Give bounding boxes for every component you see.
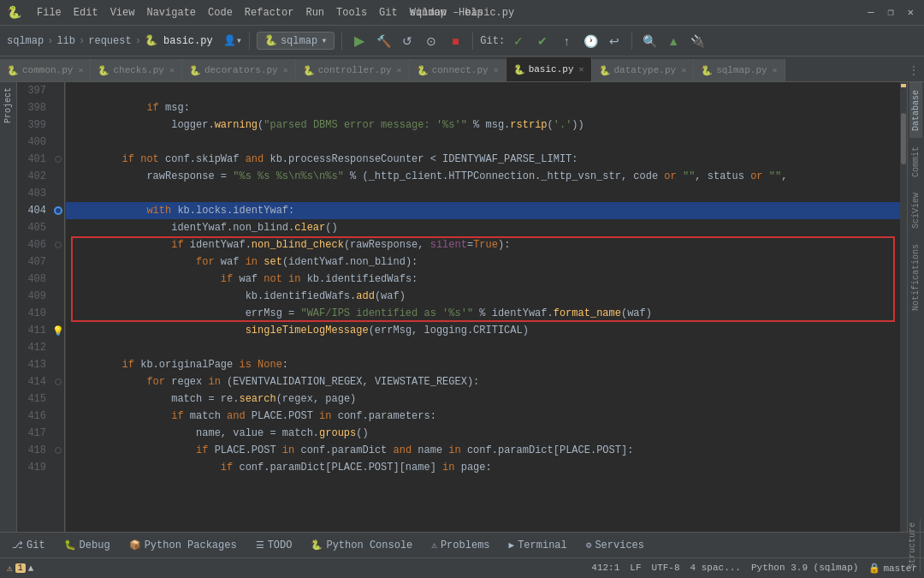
code-editor[interactable]: if msg: logger.warning("parsed DBMS erro…	[66, 82, 900, 532]
breadcrumb-request[interactable]: request	[88, 35, 131, 47]
sciview-panel-tab[interactable]: SciView	[909, 186, 922, 235]
bottom-tab-terminal[interactable]: ▶ Terminal	[500, 537, 576, 554]
scrollbar[interactable]	[900, 82, 907, 532]
tab-close-common[interactable]: ✕	[78, 65, 83, 75]
encoding[interactable]: UTF-8	[652, 563, 680, 574]
code-line-416: if match and PLACE.POST in conf.paramete…	[66, 408, 900, 425]
menu-navigate[interactable]: Navigate	[141, 5, 201, 21]
user-icon[interactable]: 👤▾	[223, 34, 242, 47]
search-button[interactable]: 🔍	[639, 31, 660, 51]
minimize-button[interactable]: —	[864, 7, 877, 19]
breakpoint-hint-414[interactable]	[55, 378, 62, 385]
line-num-403: 403	[17, 185, 46, 202]
bottom-tab-debug[interactable]: 🐛 Debug	[56, 537, 119, 554]
run-button[interactable]: ▶	[349, 31, 370, 51]
git-tick-button[interactable]: ✔	[532, 31, 553, 51]
up-button[interactable]: ▲	[663, 31, 684, 51]
line-num-409: 409	[17, 288, 46, 305]
bottom-tab-git[interactable]: ⎇ Git	[3, 537, 54, 554]
line-num-416: 416	[17, 408, 46, 425]
database-panel-tab[interactable]: Database	[909, 82, 922, 138]
menu-view[interactable]: View	[105, 5, 140, 21]
gutter-411: 💡	[51, 322, 64, 339]
reload-button[interactable]: ↺	[397, 31, 418, 51]
menu-refactor[interactable]: Refactor	[240, 5, 299, 21]
tab-icon: 🐍	[303, 65, 315, 76]
build-button[interactable]: 🔨	[373, 31, 394, 51]
bottom-tab-todo[interactable]: ☰ TODO	[247, 537, 301, 554]
tab-sqlmap-py[interactable]: 🐍 sqlmap.py ✕	[694, 59, 785, 81]
menu-run[interactable]: Run	[300, 5, 329, 21]
tab-label: checks.py	[113, 65, 163, 75]
gutter-397	[51, 82, 64, 99]
tab-close-controller[interactable]: ✕	[397, 65, 402, 75]
tab-basic-py[interactable]: 🐍 basic.py ✕	[506, 57, 592, 81]
git-history-button[interactable]: 🕐	[580, 31, 601, 51]
bottom-tab-python-console[interactable]: 🐍 Python Console	[302, 537, 421, 554]
git-label: Git:	[480, 35, 505, 47]
breakpoint-hint-418[interactable]	[55, 447, 62, 454]
structure-panel-tab[interactable]: Structure	[905, 519, 921, 572]
line-num-401: 401	[17, 151, 46, 168]
tab-more-button[interactable]: ⋮	[903, 59, 924, 81]
tab-datatype-py[interactable]: 🐍 datatype.py ✕	[592, 59, 695, 81]
branch-label: sqlmap	[281, 35, 317, 47]
tab-close-decorators[interactable]: ✕	[283, 65, 288, 75]
python-version[interactable]: Python 3.9 (sqlmap)	[751, 563, 858, 574]
restore-button[interactable]: ❐	[885, 6, 897, 19]
tab-close-basic[interactable]: ✕	[578, 64, 583, 74]
tab-controller-py[interactable]: 🐍 controller.py ✕	[296, 59, 410, 81]
tab-close-checks[interactable]: ✕	[169, 65, 175, 75]
menu-code[interactable]: Code	[203, 5, 238, 21]
breadcrumb-lib[interactable]: lib	[56, 35, 75, 47]
line-num-405: 405	[17, 219, 46, 236]
menu-file[interactable]: File	[32, 5, 67, 21]
tab-label-active: basic.py	[529, 64, 574, 74]
scrollbar-thumb[interactable]	[901, 113, 906, 164]
gutter-404	[51, 202, 64, 219]
git-push-button[interactable]: ↑	[556, 31, 577, 51]
line-num-400: 400	[17, 134, 46, 151]
tab-connect-py[interactable]: 🐍 connect.py ✕	[410, 59, 506, 81]
tab-decorators-py[interactable]: 🐍 decorators.py ✕	[182, 59, 296, 81]
line-separator[interactable]: LF	[630, 563, 641, 574]
gutter-407	[51, 253, 64, 271]
menu-git[interactable]: Git	[374, 5, 403, 21]
commit-panel-tab[interactable]: Commit	[909, 140, 922, 184]
bottom-tab-services[interactable]: ⚙ Services	[578, 537, 653, 554]
bottom-tab-problems[interactable]: ⚠ Problems	[423, 537, 498, 554]
code-line-410: errMsg = "WAF/IPS identified as '%s'" % …	[66, 305, 900, 322]
git-check-button[interactable]: ✓	[508, 31, 529, 51]
current-line-marker	[54, 206, 62, 215]
tab-close-datatype[interactable]: ✕	[681, 65, 686, 75]
branch-selector[interactable]: 🐍 sqlmap ▾	[257, 32, 335, 50]
breadcrumb-sep-2: ›	[79, 35, 85, 47]
tab-checks-py[interactable]: 🐍 checks.py ✕	[91, 59, 181, 81]
plugin-button[interactable]: 🔌	[687, 31, 708, 51]
coverage-button[interactable]: ⊙	[421, 31, 441, 51]
cursor-position[interactable]: 412:1	[591, 563, 619, 574]
breadcrumb-file[interactable]: 🐍 basic.py	[145, 34, 213, 47]
menu-tools[interactable]: Tools	[331, 5, 372, 21]
breakpoint-hint-406[interactable]	[55, 241, 62, 248]
tab-close-connect[interactable]: ✕	[494, 65, 499, 75]
breadcrumb-sqlmap[interactable]: sqlmap	[7, 35, 44, 47]
code-line-399: logger.warning("parsed DBMS error messag…	[66, 116, 900, 134]
gutter-409	[51, 288, 64, 305]
bottom-tab-python-packages[interactable]: 📦 Python Packages	[121, 537, 246, 554]
menu-edit[interactable]: Edit	[68, 5, 104, 21]
notifications-panel-tab[interactable]: Notifications	[909, 237, 922, 318]
tab-common-py[interactable]: 🐍 common.py ✕	[0, 59, 91, 81]
light-bulb-411[interactable]: 💡	[52, 325, 64, 337]
git-undo-button[interactable]: ↩	[604, 31, 625, 51]
tab-icon: 🐍	[7, 65, 19, 76]
tab-close-sqlmap[interactable]: ✕	[773, 65, 778, 75]
statusbar-right: 412:1 LF UTF-8 4 spac... Python 3.9 (sql…	[591, 563, 917, 574]
stop-button[interactable]: ■	[445, 31, 465, 51]
python-console-icon: 🐍	[311, 539, 323, 551]
close-button[interactable]: ✕	[904, 6, 917, 19]
breakpoint-hint-401[interactable]	[55, 156, 62, 163]
indent-info[interactable]: 4 spac...	[690, 563, 741, 574]
project-panel-tab[interactable]: Project	[2, 82, 15, 128]
statusbar: ⚠ 1 ▲ 412:1 LF UTF-8 4 spac... Python 3.…	[0, 557, 924, 578]
